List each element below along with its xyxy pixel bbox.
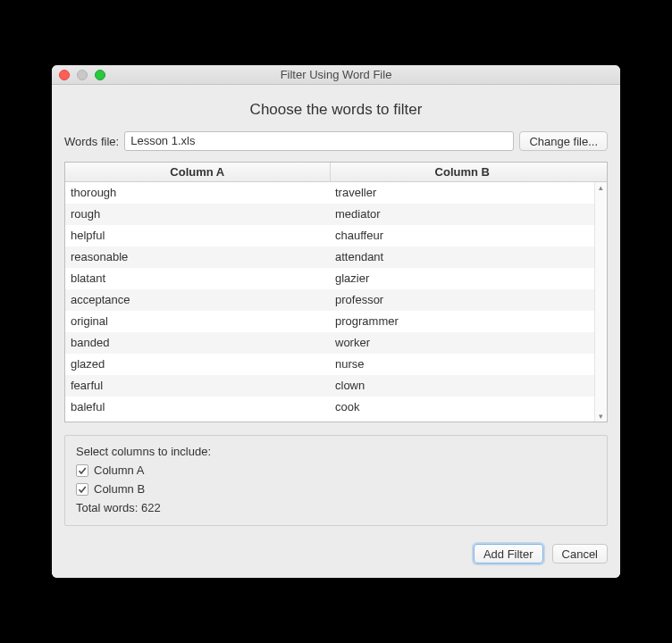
check-icon [78, 466, 87, 475]
window-controls [52, 70, 105, 80]
cell-b: glazier [330, 268, 594, 289]
cell-a: glazed [65, 354, 330, 375]
cell-a: rough [65, 204, 330, 225]
table-row[interactable]: glazednurse [65, 354, 594, 375]
cell-a: helpful [65, 225, 330, 246]
table-row[interactable]: blatantglazier [65, 268, 594, 289]
scroll-up-icon[interactable]: ▴ [595, 182, 607, 193]
cell-a: blatant [65, 268, 330, 289]
cell-a: acceptance [65, 289, 330, 311]
cell-b: attendant [330, 246, 594, 268]
words-file-input[interactable]: Lesson 1.xls [124, 131, 514, 151]
cell-a: fearful [65, 375, 330, 397]
cell-b: worker [330, 332, 594, 354]
dialog-heading: Choose the words to filter [64, 101, 608, 119]
checkbox-column-a[interactable] [76, 464, 88, 477]
checkbox-label-b: Column B [94, 482, 145, 496]
columns-group: Select columns to include: Column A Colu… [64, 435, 608, 526]
table-body: thoroughtravellerroughmediatorhelpfulcha… [65, 182, 607, 422]
cell-b: clown [330, 375, 594, 397]
scrollbar-vertical[interactable]: ▴ ▾ [594, 182, 607, 422]
dialog-body: Choose the words to filter Words file: L… [52, 85, 620, 578]
table-row[interactable]: roughmediator [65, 204, 594, 225]
cell-b: programmer [330, 311, 594, 332]
table-row[interactable]: bandedworker [65, 332, 594, 354]
cell-b: cook [330, 397, 594, 418]
checkbox-column-b[interactable] [76, 483, 88, 496]
dialog-window: Filter Using Word File Choose the words … [52, 65, 620, 578]
file-label: Words file: [64, 135, 119, 148]
table-row[interactable]: balefulcook [65, 397, 594, 418]
close-icon[interactable] [59, 70, 70, 80]
table-row[interactable]: helpfulchauffeur [65, 225, 594, 246]
cell-a: original [65, 311, 330, 332]
scroll-down-icon[interactable]: ▾ [595, 411, 607, 422]
cell-a: baleful [65, 397, 330, 418]
table-row[interactable]: fearfulclown [65, 375, 594, 397]
zoom-icon[interactable] [95, 70, 105, 80]
dialog-actions: Add Filter Cancel [64, 544, 608, 564]
change-file-button[interactable]: Change file... [519, 131, 608, 151]
file-row: Words file: Lesson 1.xls Change file... [64, 131, 608, 151]
table-row[interactable]: acceptanceprofessor [65, 289, 594, 311]
cell-a: reasonable [65, 246, 330, 268]
table-header: Column A Column B [65, 163, 607, 182]
cell-b: traveller [330, 182, 594, 204]
table-row[interactable]: originalprogrammer [65, 311, 594, 332]
column-header-a[interactable]: Column A [65, 163, 331, 181]
columns-group-title: Select columns to include: [76, 445, 596, 458]
cell-b: professor [330, 289, 594, 311]
total-words-label: Total words: 622 [76, 501, 596, 514]
words-table: Column A Column B thoroughtravellerrough… [64, 162, 608, 422]
cell-b: mediator [330, 204, 594, 225]
column-header-b[interactable]: Column B [331, 163, 608, 181]
cell-a: thorough [65, 182, 330, 204]
check-icon [78, 485, 87, 494]
titlebar: Filter Using Word File [52, 65, 620, 85]
cancel-button[interactable]: Cancel [552, 544, 608, 564]
window-title: Filter Using Word File [52, 68, 620, 81]
checkbox-label-a: Column A [94, 463, 144, 477]
table-row[interactable]: thoroughtraveller [65, 182, 594, 204]
table-row[interactable]: reasonableattendant [65, 246, 594, 268]
minimize-icon [77, 70, 88, 80]
add-filter-button[interactable]: Add Filter [474, 544, 543, 564]
cell-b: nurse [330, 354, 594, 375]
cell-b: chauffeur [330, 225, 594, 246]
cell-a: banded [65, 332, 330, 354]
